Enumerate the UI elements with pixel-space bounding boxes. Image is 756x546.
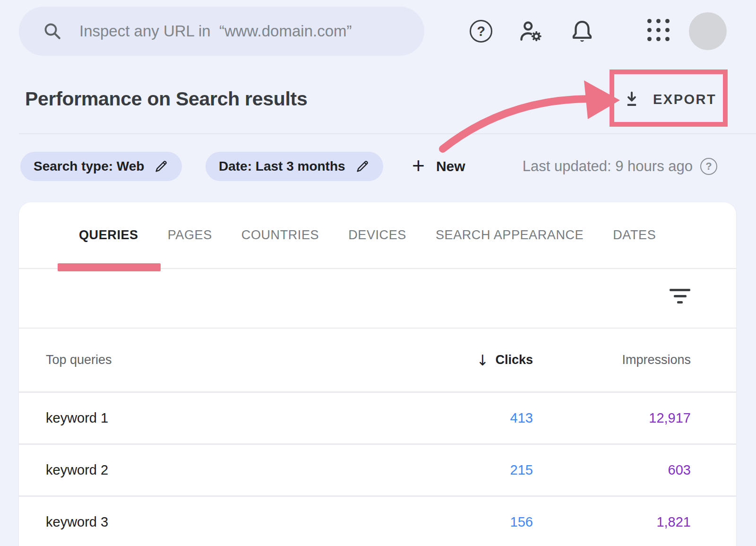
table-row[interactable]: keyword 3 156 1,821 xyxy=(19,497,736,546)
tab-pages[interactable]: PAGES xyxy=(168,228,212,243)
impressions-cell: 603 xyxy=(533,462,691,478)
notifications-icon[interactable] xyxy=(569,18,595,44)
table-toolbar xyxy=(19,269,736,328)
column-header-clicks[interactable]: ↓ Clicks xyxy=(438,352,533,369)
table-row[interactable]: keyword 2 215 603 xyxy=(19,445,736,495)
export-button[interactable]: EXPORT xyxy=(623,87,716,112)
download-icon xyxy=(623,90,641,108)
apps-grid-icon[interactable] xyxy=(647,19,670,41)
page-title: Performance on Search results xyxy=(25,88,307,110)
table-row[interactable]: keyword 1 413 12,917 xyxy=(19,393,736,443)
search-type-chip[interactable]: Search type: Web xyxy=(20,152,182,181)
clicks-cell: 156 xyxy=(438,514,533,530)
sort-desc-icon: ↓ xyxy=(476,352,489,369)
filter-icon[interactable] xyxy=(669,289,691,308)
table-header-row: Top queries ↓ Clicks Impressions xyxy=(19,329,736,391)
search-type-chip-label: Search type: Web xyxy=(34,159,144,174)
query-cell: keyword 2 xyxy=(46,462,438,478)
query-cell: keyword 3 xyxy=(46,514,438,530)
edit-pencil-icon xyxy=(154,159,169,174)
column-header-top-queries[interactable]: Top queries xyxy=(46,353,438,367)
search-icon xyxy=(43,21,62,41)
search-console-performance-page: ? Performance xyxy=(0,0,756,546)
tab-queries[interactable]: QUERIES xyxy=(79,228,138,243)
new-filter-button[interactable]: + New xyxy=(412,152,465,181)
last-updated-help-icon[interactable]: ? xyxy=(700,158,717,175)
impressions-cell: 12,917 xyxy=(533,410,691,426)
tab-dates[interactable]: DATES xyxy=(613,228,656,243)
new-button-label: New xyxy=(436,158,465,174)
performance-report-card: QUERIES PAGES COUNTRIES DEVICES SEARCH A… xyxy=(19,202,736,546)
clicks-header-label: Clicks xyxy=(495,353,533,367)
header-divider xyxy=(19,133,756,134)
tab-countries[interactable]: COUNTRIES xyxy=(241,228,319,243)
export-label: EXPORT xyxy=(653,92,716,107)
person-gear-glyph xyxy=(517,18,545,44)
last-updated-status: Last updated: 9 hours ago ? xyxy=(523,152,717,181)
plus-icon: + xyxy=(412,155,425,176)
tab-devices[interactable]: DEVICES xyxy=(348,228,406,243)
column-header-impressions[interactable]: Impressions xyxy=(533,353,691,367)
bell-glyph xyxy=(569,18,595,44)
avatar[interactable] xyxy=(689,12,727,50)
date-range-chip-label: Date: Last 3 months xyxy=(219,159,345,174)
help-icon[interactable]: ? xyxy=(470,20,492,43)
clicks-cell: 413 xyxy=(438,410,533,426)
date-range-chip[interactable]: Date: Last 3 months xyxy=(206,152,383,181)
dimension-tabs: QUERIES PAGES COUNTRIES DEVICES SEARCH A… xyxy=(19,202,736,268)
url-inspect-search-bar[interactable] xyxy=(19,7,424,56)
last-updated-text: Last updated: 9 hours ago xyxy=(523,158,693,175)
tab-search-appearance[interactable]: SEARCH APPEARANCE xyxy=(436,228,584,243)
clicks-cell: 215 xyxy=(438,462,533,478)
impressions-cell: 1,821 xyxy=(533,514,691,530)
query-cell: keyword 1 xyxy=(46,410,438,426)
search-input[interactable] xyxy=(79,22,424,40)
manage-users-icon[interactable] xyxy=(517,18,545,44)
edit-pencil-icon xyxy=(355,159,370,174)
